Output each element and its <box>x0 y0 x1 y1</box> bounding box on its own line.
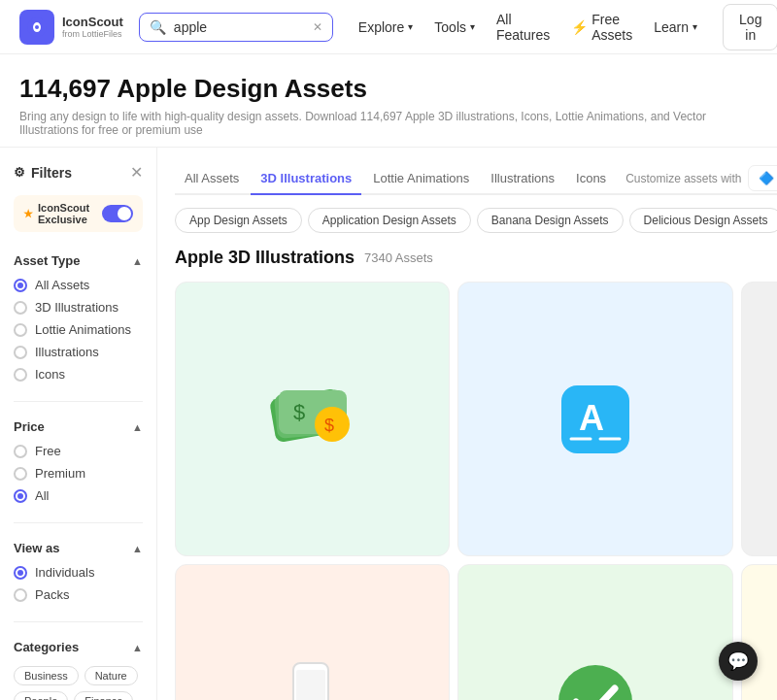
search-bar: 🔍 ✕ <box>139 13 333 42</box>
close-sidebar-button[interactable]: ✕ <box>130 163 143 182</box>
chip-app-design[interactable]: App Design Assets <box>175 208 302 233</box>
tab-icons[interactable]: Icons <box>566 163 616 195</box>
tab-illustrations[interactable]: Illustrations <box>481 163 564 195</box>
section-header: Apple 3D Illustrations 7340 Assets <box>175 248 777 268</box>
asset-card-2[interactable]: A <box>457 282 732 556</box>
category-tags: Business Nature People Finance Islam Sch… <box>14 660 143 700</box>
view-as-header[interactable]: View as ▲ <box>14 535 143 561</box>
chat-icon: 💬 <box>727 650 749 672</box>
asset-card-3[interactable] <box>741 282 777 556</box>
asset-type-section: Asset Type ▲ All Assets 3D Illustrations… <box>14 248 143 385</box>
price-chevron-icon: ▲ <box>132 421 143 433</box>
free-assets-icon: ⚡ <box>571 19 588 35</box>
chip-banana[interactable]: Banana Design Assets <box>477 208 624 233</box>
price-free[interactable]: Free <box>14 444 143 458</box>
view-as-title: View as <box>14 541 59 555</box>
price-all[interactable]: All <box>14 488 143 503</box>
nav-tools[interactable]: Tools ▾ <box>424 14 485 41</box>
radio-3d <box>14 301 27 315</box>
header-actions: Log in Sign up <box>723 4 777 50</box>
tabs-row: All Assets 3D Illustrations Lottie Anima… <box>175 163 777 195</box>
svg-text:A: A <box>579 398 604 438</box>
view-as-chevron-icon: ▲ <box>132 543 143 554</box>
nav-free-assets[interactable]: ⚡Free Assets <box>561 6 642 49</box>
nav-learn[interactable]: Learn ▾ <box>644 14 707 41</box>
radio-illustrations <box>14 346 27 359</box>
login-button[interactable]: Log in <box>723 4 777 50</box>
svg-text:$: $ <box>293 400 305 424</box>
explore-chevron-icon: ▾ <box>408 21 413 32</box>
nav-all-features[interactable]: All Features <box>487 6 559 49</box>
asset-card-6[interactable] <box>741 564 777 700</box>
main-content: All Assets 3D Illustrations Lottie Anima… <box>157 148 777 700</box>
divider-2 <box>14 522 143 523</box>
tab-3d-illustrations[interactable]: 3D Illustrations <box>251 163 361 195</box>
logo[interactable]: IconScout from LottieFiles <box>19 10 123 45</box>
categories-chevron-icon: ▲ <box>132 642 143 653</box>
asset-type-3d[interactable]: 3D Illustrations <box>14 300 143 315</box>
asset-type-illustrations[interactable]: Illustrations <box>14 345 143 359</box>
asset-type-options: All Assets 3D Illustrations Lottie Anima… <box>14 274 143 385</box>
price-section: Price ▲ Free Premium All <box>14 414 143 507</box>
asset-type-lottie[interactable]: Lottie Animations <box>14 322 143 337</box>
tab-all-assets[interactable]: All Assets <box>175 163 249 195</box>
radio-icons <box>14 368 27 382</box>
view-individuals[interactable]: Individuals <box>14 565 143 580</box>
radio-free <box>14 445 27 458</box>
main-nav: Explore ▾ Tools ▾ All Features ⚡Free Ass… <box>349 6 707 49</box>
tools-chevron-icon: ▾ <box>470 21 475 32</box>
tag-finance[interactable]: Finance <box>74 691 133 700</box>
radio-all-assets <box>14 279 27 292</box>
asset-count: 7340 Assets <box>364 250 433 265</box>
gltf-icon: 🔷 <box>759 171 774 185</box>
asset-type-all-assets[interactable]: All Assets <box>14 278 143 292</box>
asset-card-1[interactable]: $ $ <box>175 282 450 556</box>
customize-text: Customize assets with <box>625 172 741 185</box>
svg-rect-20 <box>296 670 325 700</box>
radio-premium <box>14 467 27 481</box>
gltf-editor-button[interactable]: 🔷 gITF 3D Editor <box>748 165 778 191</box>
page-body: ⚙ Filters ✕ ★ IconScout Exclusive Asset … <box>0 148 777 700</box>
price-title: Price <box>14 419 45 434</box>
tag-nature[interactable]: Nature <box>84 666 138 685</box>
tag-business[interactable]: Business <box>14 666 79 685</box>
section-title: Apple 3D Illustrations <box>175 248 355 268</box>
logo-text-block: IconScout from LottieFiles <box>62 15 123 39</box>
assets-grid: $ $ A <box>175 282 777 700</box>
filters-label: ⚙ Filters <box>14 165 72 181</box>
radio-individuals <box>14 566 27 580</box>
tab-lottie[interactable]: Lottie Animations <box>363 163 479 195</box>
categories-header[interactable]: Categories ▲ <box>14 634 143 660</box>
filter-chips-row: App Design Assets Application Design Ass… <box>175 207 777 234</box>
chip-application-design[interactable]: Application Design Assets <box>308 208 471 233</box>
exclusive-toggle[interactable] <box>102 205 133 222</box>
learn-chevron-icon: ▾ <box>693 21 697 32</box>
search-input[interactable] <box>174 19 271 35</box>
clear-icon[interactable]: ✕ <box>313 20 322 34</box>
chip-delicious[interactable]: Delicious Design Assets <box>629 208 777 233</box>
divider-3 <box>14 621 143 622</box>
asset-type-header[interactable]: Asset Type ▲ <box>14 248 143 274</box>
nav-explore[interactable]: Explore ▾ <box>349 14 422 41</box>
price-premium[interactable]: Premium <box>14 466 143 481</box>
radio-all <box>14 489 27 503</box>
svg-point-22 <box>558 665 632 700</box>
header: IconScout from LottieFiles 🔍 ✕ Explore ▾… <box>0 0 777 54</box>
radio-lottie <box>14 323 27 337</box>
price-header[interactable]: Price ▲ <box>14 414 143 440</box>
asset-type-icons[interactable]: Icons <box>14 367 143 382</box>
view-packs[interactable]: Packs <box>14 587 143 602</box>
svg-text:$: $ <box>324 416 334 435</box>
tag-people[interactable]: People <box>14 691 68 700</box>
categories-section: Categories ▲ Business Nature People Fina… <box>14 634 143 700</box>
price-options: Free Premium All <box>14 440 143 507</box>
chat-button[interactable]: 💬 <box>719 642 758 681</box>
filter-icon: ⚙ <box>14 165 25 180</box>
view-as-options: Individuals Packs <box>14 561 143 606</box>
asset-card-4[interactable] <box>175 564 450 700</box>
exclusive-icon: ★ <box>23 208 33 220</box>
logo-icon <box>19 10 54 45</box>
page-description: Bring any design to life with high-quali… <box>19 110 758 137</box>
asset-card-5[interactable] <box>457 564 732 700</box>
categories-title: Categories <box>14 640 79 654</box>
